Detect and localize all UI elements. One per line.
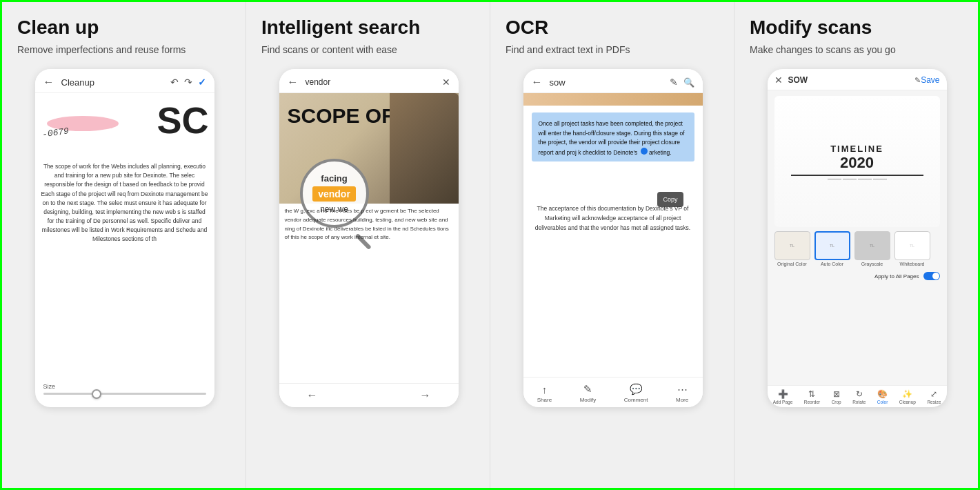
panel-ocr: OCR Find and extract text in PDFs ← sow … bbox=[490, 2, 734, 488]
panel-cleanup: Clean up Remove imperfections and reuse … bbox=[2, 2, 246, 488]
search-next-btn[interactable]: → bbox=[420, 389, 431, 402]
ocr-top-bar bbox=[523, 93, 703, 106]
timeline-year: 2020 bbox=[840, 154, 874, 172]
scope-of-text: SCOPE OF bbox=[288, 106, 394, 126]
toolbar-add-page[interactable]: ➕ Add Page bbox=[773, 389, 793, 404]
thumb-2[interactable]: TL bbox=[814, 231, 850, 260]
toolbar-cleanup[interactable]: ✨ Cleanup bbox=[899, 389, 916, 404]
timeline-sub-lines bbox=[828, 179, 887, 179]
ocr-share-btn[interactable]: ↑ Share bbox=[537, 384, 552, 403]
modify-label: Modify bbox=[580, 397, 597, 403]
panel-search-desc: Find scans or content with ease bbox=[261, 43, 397, 57]
ocr-edit-icon[interactable]: ✎ bbox=[670, 77, 678, 88]
reorder-icon: ⇅ bbox=[808, 389, 815, 399]
ocr-header-title: sow bbox=[550, 77, 670, 88]
add-page-label: Add Page bbox=[773, 400, 793, 404]
timeline-title: TIMELINE bbox=[830, 144, 883, 154]
ocr-cursor bbox=[641, 148, 648, 155]
panel-modify-scans: Modify scans Make changes to scans as yo… bbox=[734, 2, 978, 488]
size-slider-thumb[interactable] bbox=[92, 389, 101, 399]
ocr-highlighted-text2: k checklist to Deinote's bbox=[578, 149, 637, 156]
modify-phone-header: ✕ SOW ✎ Save bbox=[768, 69, 947, 90]
crop-icon: ⊠ bbox=[833, 389, 840, 399]
redo-icon[interactable]: ↷ bbox=[184, 77, 192, 88]
comment-icon: 💬 bbox=[630, 383, 643, 395]
share-label: Share bbox=[537, 397, 552, 403]
timeline-sub-line bbox=[843, 179, 857, 179]
search-input-bar[interactable]: vendor bbox=[306, 77, 442, 87]
thumb-label-1: Original Color bbox=[777, 262, 807, 266]
reorder-label: Reorder bbox=[804, 400, 820, 404]
cleanup-header-actions: ↶ ↷ ✓ bbox=[170, 77, 206, 88]
thumb-label-3: Grayscale bbox=[861, 262, 883, 266]
color-label: Color bbox=[877, 400, 888, 404]
search-prev-btn[interactable]: ← bbox=[307, 389, 318, 402]
modify-header-title: SOW bbox=[788, 75, 912, 85]
undo-icon[interactable]: ↶ bbox=[170, 77, 179, 88]
thumb-1[interactable]: TL bbox=[774, 231, 810, 260]
panel-search-title: Intelligent search bbox=[261, 17, 420, 39]
ocr-search-icon[interactable]: 🔍 bbox=[683, 77, 694, 88]
search-back-icon[interactable]: ← bbox=[288, 76, 299, 88]
modify-toolbar: ➕ Add Page ⇅ Reorder ⊠ Crop ↻ Rotate 🎨 C… bbox=[768, 385, 947, 407]
thumb-whiteboard: TL Whiteboard bbox=[894, 231, 930, 266]
crop-label: Crop bbox=[832, 400, 841, 404]
timeline-sub-line bbox=[858, 179, 872, 179]
thumb-label-4: Whiteboard bbox=[900, 262, 925, 266]
thumb-original-color: TL Original Color bbox=[774, 231, 810, 266]
toolbar-rotate[interactable]: ↻ Rotate bbox=[852, 389, 866, 404]
apply-all-text: Apply to All Pages bbox=[874, 273, 919, 280]
resize-label: Resize bbox=[927, 400, 941, 404]
panel-ocr-title: OCR bbox=[506, 17, 548, 39]
ocr-modify-btn[interactable]: ✎ Modify bbox=[580, 383, 597, 403]
toolbar-color[interactable]: 🎨 Color bbox=[877, 389, 888, 404]
resize-icon: ⤢ bbox=[930, 389, 937, 399]
modify-icon: ✎ bbox=[583, 383, 592, 395]
cleanup-header-title: Cleanup bbox=[61, 77, 170, 88]
modify-main-image: TIMELINE 2020 bbox=[774, 96, 940, 227]
more-label: More bbox=[676, 397, 688, 403]
back-icon[interactable]: ← bbox=[43, 76, 54, 88]
rotate-label: Rotate bbox=[852, 400, 866, 404]
more-icon: ⋯ bbox=[677, 383, 688, 395]
toolbar-crop[interactable]: ⊠ Crop bbox=[832, 389, 841, 404]
thumb-grayscale: TL Grayscale bbox=[854, 231, 890, 266]
panel-intelligent-search: Intelligent search Find scans or content… bbox=[246, 2, 490, 488]
cleanup-body-text: The scope of work for the Webs includes … bbox=[41, 162, 209, 244]
ocr-back-icon[interactable]: ← bbox=[532, 76, 543, 88]
color-icon: 🎨 bbox=[877, 389, 888, 399]
ocr-more-btn[interactable]: ⋯ More bbox=[676, 383, 688, 403]
size-slider-track bbox=[43, 393, 206, 395]
apply-all-row: Apply to All Pages bbox=[768, 271, 947, 283]
phone-mockup-modify: ✕ SOW ✎ Save TIMELINE 2020 bbox=[768, 69, 947, 407]
photo-background bbox=[390, 93, 459, 204]
mag-word-facing: facing bbox=[321, 173, 347, 184]
mag-word-vendor: vendor bbox=[312, 186, 356, 202]
timeline-preview: TIMELINE 2020 bbox=[774, 96, 940, 227]
check-icon[interactable]: ✓ bbox=[198, 77, 206, 88]
thumb-label-2: Auto Color bbox=[821, 262, 843, 266]
modify-edit-icon[interactable]: ✎ bbox=[914, 76, 921, 85]
timeline-line-1 bbox=[791, 175, 923, 176]
cleanup-icon: ✨ bbox=[902, 389, 912, 399]
panel-ocr-desc: Find and extract text in PDFs bbox=[506, 43, 630, 57]
toolbar-reorder[interactable]: ⇅ Reorder bbox=[804, 389, 820, 404]
modify-close-icon[interactable]: ✕ bbox=[774, 75, 783, 86]
toolbar-resize[interactable]: ⤢ Resize bbox=[927, 389, 941, 404]
rotate-icon: ↻ bbox=[856, 389, 863, 399]
modify-thumbnails: TL Original Color TL Auto Color TL Grays… bbox=[768, 231, 947, 271]
thumb-3[interactable]: TL bbox=[854, 231, 890, 260]
phone-mockup-ocr: ← sow ✎ 🔍 Once all project tasks have be… bbox=[523, 69, 703, 407]
phone-mockup-cleanup: ← Cleanup ↶ ↷ ✓ SC -0679 The scope of wo… bbox=[35, 69, 214, 407]
ocr-comment-btn[interactable]: 💬 Comment bbox=[624, 383, 648, 403]
panel-cleanup-title: Clean up bbox=[17, 17, 99, 39]
timeline-sub-line bbox=[828, 179, 841, 179]
modify-save-btn[interactable]: Save bbox=[921, 75, 939, 85]
search-close-icon[interactable]: ✕ bbox=[442, 77, 450, 88]
thumb-4[interactable]: TL bbox=[894, 231, 930, 260]
cleanup-big-text: SC bbox=[157, 101, 208, 139]
apply-all-toggle[interactable] bbox=[923, 272, 940, 280]
search-footer: ← → bbox=[279, 383, 459, 407]
size-label: Size bbox=[43, 383, 206, 390]
thumb-auto-color: TL Auto Color bbox=[814, 231, 850, 266]
